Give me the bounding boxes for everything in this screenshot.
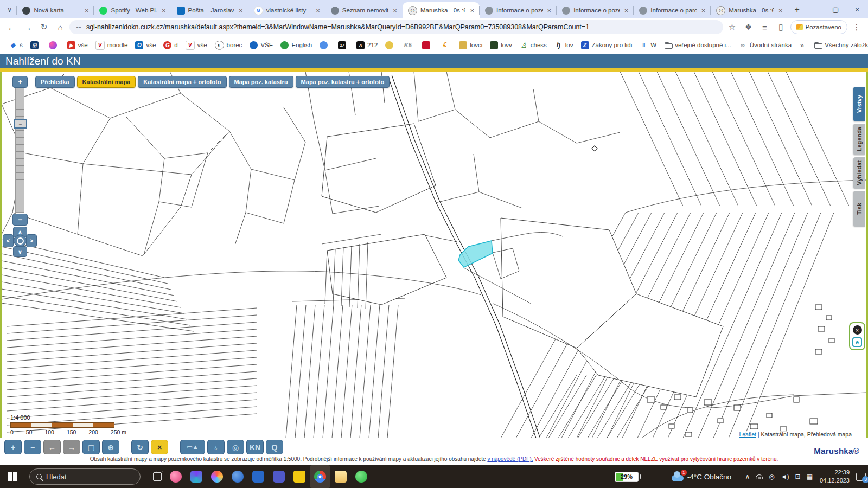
close-icon[interactable]: × (853, 325, 862, 335)
site-settings-icon[interactable]: ☷ (76, 24, 82, 31)
reading-list-icon[interactable]: ≡ (758, 20, 772, 34)
bookmark-item[interactable]: ‖W (636, 40, 660, 51)
app-icon-whatsapp[interactable] (351, 465, 372, 488)
volume-icon[interactable]: ◄) (781, 473, 789, 480)
leaflet-link[interactable]: Leaflet (739, 431, 756, 438)
tab-marushka-2[interactable]: ◎ Marushka - 0s :6... × (711, 2, 788, 18)
bookmark-item[interactable]: Vvše (182, 39, 210, 52)
tab-nova-karta[interactable]: Nová karta × (17, 2, 94, 18)
bookmark-item[interactable]: veřejné dostupné i... (661, 40, 735, 51)
tab-close-icon[interactable]: × (392, 7, 398, 15)
full-extent-globe-tool[interactable]: ⊕ (102, 440, 119, 454)
tab-close-icon[interactable]: × (315, 7, 321, 15)
layer-prehledka[interactable]: Přehledka (35, 76, 75, 88)
tab-marushka-active[interactable]: ◎ Marushka - 0s :6... × (403, 2, 480, 18)
zoom-out-button[interactable]: − (12, 214, 28, 226)
zoom-in-tool[interactable]: + (4, 440, 22, 454)
tab-close-icon[interactable]: × (469, 7, 475, 15)
bookmark-item[interactable]: Λ212 (353, 40, 381, 51)
bookmark-item[interactable]: ◐borec (212, 39, 246, 52)
tab-vlastnicke-listy[interactable]: G vlastnické listy - ... × (248, 2, 326, 18)
bookmark-item[interactable]: Ovše (132, 40, 159, 51)
pan-center-button[interactable] (14, 235, 27, 247)
url-text[interactable]: sgi-nahlizenidokn.cuzk.cz/marushka/defau… (86, 23, 589, 31)
reload-icon[interactable]: ↻ (37, 20, 51, 34)
tab-informace-1[interactable]: Informace o poze... × (480, 2, 557, 18)
bookmark-item[interactable]: lovv (487, 40, 515, 51)
layer-katastralni-mapa-ortofoto[interactable]: Katastrální mapa + ortofoto (138, 76, 226, 88)
pan-right-button[interactable]: > (26, 234, 37, 247)
window-restore-button[interactable]: ▢ (825, 1, 846, 17)
wifi-icon[interactable] (756, 474, 763, 479)
app-icon-paint[interactable] (165, 465, 186, 488)
info-e-icon[interactable]: e (852, 337, 862, 347)
map-viewport[interactable]: Přehledka Katastrální mapa Katastrální m… (0, 72, 868, 438)
bookmark-item[interactable]: ◆š (5, 40, 26, 51)
side-panel-icon[interactable]: ▯ (774, 20, 788, 34)
zoom-slider-track[interactable] (15, 88, 24, 213)
window-minimize-button[interactable]: – (803, 1, 825, 17)
address-bar[interactable]: ☷ sgi-nahlizenidokn.cuzk.cz/marushka/def… (69, 20, 723, 34)
app-icon-teams[interactable] (269, 465, 289, 488)
app-icon-resolve[interactable] (207, 465, 227, 488)
layer-katastralni-mapa[interactable]: Katastrální mapa (77, 76, 136, 88)
start-button[interactable] (0, 465, 25, 488)
layer-mapa-poz-katastru[interactable]: Mapa poz. katastru (229, 76, 293, 88)
tab-seznam-nemovitosti[interactable]: Seznam nemovit... × (326, 2, 403, 18)
kn-info-tool[interactable]: KN (246, 440, 264, 454)
extensions-icon[interactable]: ❖ (742, 20, 756, 34)
paused-sync-chip[interactable]: Pozastaveno (790, 20, 848, 34)
all-bookmarks-button[interactable]: Všechny záložky (810, 40, 868, 51)
tab-informace-2[interactable]: Informace o poze... × (557, 2, 634, 18)
bookmark-item[interactable]: ▶vše (64, 40, 91, 51)
bookmark-item[interactable] (419, 40, 436, 51)
app-icon-dynamics[interactable] (186, 465, 207, 488)
side-tab-vrstvy[interactable]: Vrstvy (853, 87, 865, 121)
tab-informace-3[interactable]: Informace o parc... × (634, 2, 711, 18)
bookmark-item[interactable] (382, 40, 399, 51)
taskbar-clock[interactable]: 22:39 04.12.2023 (820, 465, 850, 488)
bluetooth-icon[interactable]: ◎ (769, 473, 774, 480)
cancel-tool[interactable]: × (151, 440, 168, 454)
tab-close-icon[interactable]: × (161, 7, 167, 15)
bookmark-item[interactable]: Vmoodle (92, 39, 131, 52)
pen-icon[interactable]: ⊡ (795, 473, 801, 480)
zoom-rectangle-tool[interactable]: ▢ (82, 440, 100, 454)
tab-spotify[interactable]: Spotify - Web Pl... × (94, 2, 171, 18)
side-tab-tisk[interactable]: Tisk (853, 191, 865, 227)
bookmarks-overflow-chevron[interactable]: » (796, 41, 808, 49)
zoom-in-button[interactable]: + (12, 76, 28, 88)
battery-indicator[interactable]: 29% (615, 465, 641, 488)
window-close-button[interactable]: × (846, 1, 868, 17)
tab-close-icon[interactable]: × (84, 7, 90, 15)
refresh-tool[interactable]: ↻ (131, 440, 149, 454)
bookmark-item[interactable]: Gd (160, 40, 181, 51)
layer-mapa-poz-katastru-ortofoto[interactable]: Mapa poz. katastru + ortofoto (296, 76, 390, 88)
bookmark-item[interactable]: ∞Úvodní stránka (736, 40, 795, 51)
bookmark-star-icon[interactable]: ☆ (725, 20, 739, 34)
new-tab-button[interactable]: + (791, 3, 803, 16)
tab-close-icon[interactable]: × (238, 7, 244, 15)
pan-left-button[interactable]: < (3, 234, 14, 247)
tab-close-icon[interactable]: × (546, 7, 553, 15)
bookmark-item[interactable]: ZZákony pro lidi (578, 40, 636, 51)
task-view-icon[interactable] (149, 468, 165, 485)
side-tab-vyhledat[interactable]: Vyhledat (853, 157, 865, 189)
bookmark-item[interactable]: lovci (456, 40, 486, 51)
history-forward-tool[interactable]: → (63, 440, 80, 454)
bookmark-item[interactable]: ⊞ (27, 40, 44, 51)
bookmark-item[interactable]: € (437, 40, 455, 51)
app-icon-powerbi[interactable] (289, 465, 310, 488)
bookmark-item[interactable]: ♙chess (516, 40, 550, 51)
weather-widget[interactable]: 1 -4°C Oblačno (672, 465, 731, 488)
home-icon[interactable]: ⌂ (53, 20, 67, 34)
forward-icon[interactable]: → (21, 20, 35, 34)
bookmark-item[interactable]: ђlov (551, 40, 577, 51)
tab-close-icon[interactable]: × (623, 7, 630, 15)
bookmark-item[interactable] (46, 40, 63, 51)
tooltip-bubble-tool[interactable]: Q (266, 440, 283, 454)
zoom-slider-handle[interactable]: – (14, 119, 27, 129)
measure-tool[interactable]: ▭▲ (180, 440, 205, 454)
menu-kebab-icon[interactable]: ⋮ (850, 20, 864, 34)
help-pdf-link[interactable]: v nápovědě (PDF). (487, 456, 533, 462)
